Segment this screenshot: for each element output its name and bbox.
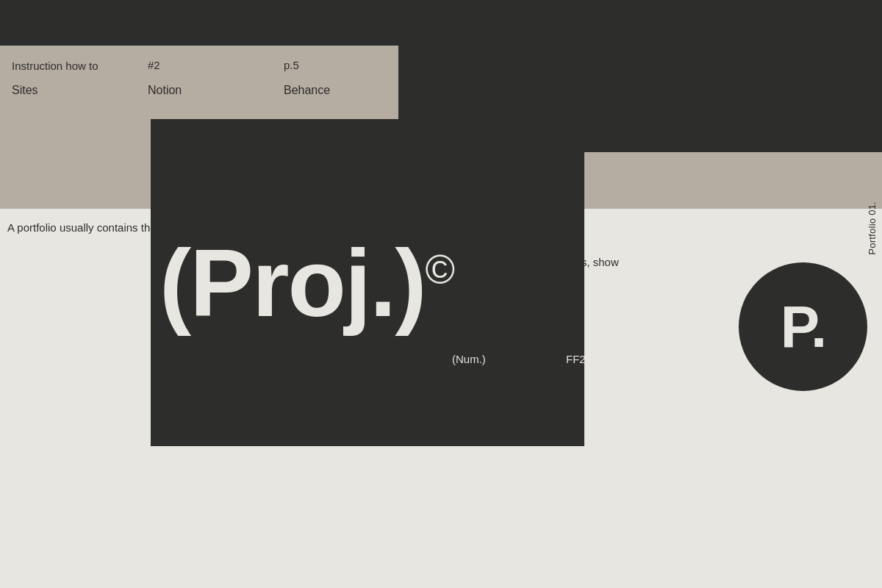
circle-logo: P. — [739, 262, 867, 391]
sites-col-2: Notion — [148, 84, 284, 97]
header-col-1: Instruction how to — [12, 59, 148, 74]
circle-logo-text: P. — [781, 298, 825, 356]
top-bar — [0, 0, 882, 46]
header-row: Instruction how to #2 p.5 — [0, 46, 882, 74]
sites-row: Sites Notion Behance — [0, 74, 882, 97]
num-ff-row: (Num.) FF2. — [452, 353, 589, 365]
ff2-label: FF2. — [566, 353, 589, 365]
portfolio-label: Portfolio 01. — [867, 201, 878, 255]
proj-title: (Proj.)© — [159, 235, 453, 331]
instruction-label: Instruction how to — [12, 60, 98, 72]
proj-copyright: © — [426, 246, 454, 292]
middle-section: Instruction how to #2 p.5 Sites Notion B… — [0, 46, 882, 398]
proj-block: (Proj.)© — [151, 119, 584, 446]
num-label: (Num.) — [452, 353, 566, 365]
portfolio-vertical: Portfolio 01. — [861, 154, 882, 301]
proj-title-text: (Proj.) — [159, 229, 426, 337]
header-col-3: p.5 — [284, 59, 394, 72]
number-label: #2 — [148, 59, 160, 71]
behance-label: Behance — [284, 84, 330, 96]
page-label: p.5 — [284, 59, 299, 71]
header-col-2: #2 — [148, 59, 284, 72]
sites-col-1: Sites — [12, 84, 148, 97]
sites-label: Sites — [12, 84, 38, 96]
sites-col-3: Behance — [284, 84, 330, 97]
notion-label: Notion — [148, 84, 182, 96]
